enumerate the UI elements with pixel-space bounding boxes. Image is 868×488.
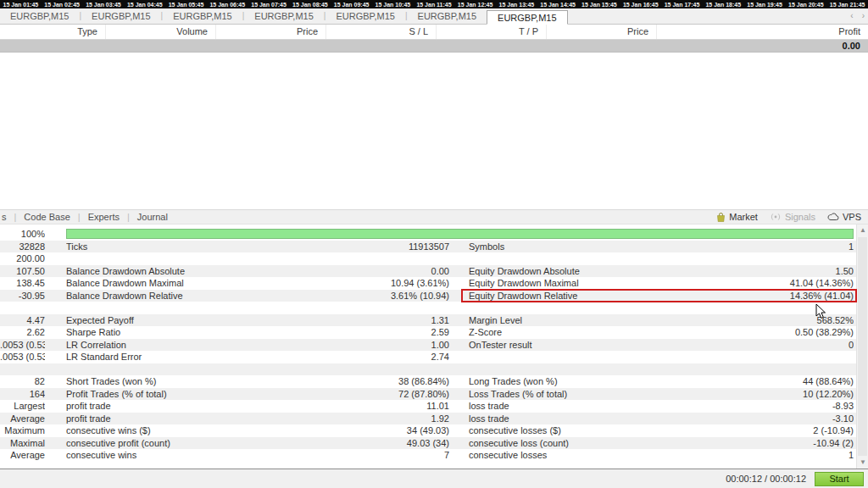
result-value: 11913507 bbox=[280, 241, 449, 253]
backtest-results-panel: 100%32828Ticks11913507Symbols1200.00107.… bbox=[0, 225, 868, 469]
orders-column-header[interactable]: Profit bbox=[657, 25, 868, 39]
result-row: .0053 (0.53%)LR Correlation1.00OnTester … bbox=[0, 339, 856, 352]
result-value bbox=[280, 252, 449, 265]
result-value bbox=[280, 363, 449, 376]
toolbox-right-links: Market Signals VPS bbox=[716, 212, 868, 222]
vertical-scrollbar[interactable]: ▲ ▼ bbox=[856, 225, 868, 469]
orders-column-header[interactable]: Volume bbox=[106, 25, 216, 39]
result-value: 1.50 bbox=[593, 265, 854, 278]
result-left-value: 164 bbox=[0, 388, 45, 401]
toolbox-tab[interactable]: Experts bbox=[81, 212, 127, 222]
scroll-down-icon[interactable]: ▼ bbox=[857, 457, 868, 469]
result-value: -8.93 bbox=[593, 400, 854, 413]
result-label: consecutive profit (count) bbox=[66, 437, 287, 450]
result-left-value: Average bbox=[0, 413, 45, 425]
time-axis-label: 15 Jan 21:45 bbox=[826, 2, 868, 8]
result-value: -10.94 (2) bbox=[593, 437, 854, 450]
result-value: 2.59 bbox=[280, 326, 449, 339]
time-axis-label: 15 Jan 02:45 bbox=[42, 2, 83, 8]
total-profit-value: 0.00 bbox=[843, 41, 868, 51]
toolbox-tab[interactable]: Journal bbox=[130, 212, 175, 222]
result-label: Balance Drawdown Maximal bbox=[66, 277, 287, 290]
result-row: 164Profit Trades (% of total)72 (87.80%)… bbox=[0, 388, 856, 401]
time-axis-label: 15 Jan 15:45 bbox=[579, 2, 620, 8]
result-left-value: Average bbox=[0, 449, 45, 462]
time-axis-label: 15 Jan 20:45 bbox=[785, 2, 826, 8]
orders-column-header[interactable]: S / L bbox=[326, 25, 437, 39]
toolbox-tab[interactable]: Code Base bbox=[16, 212, 77, 222]
orders-column-header[interactable]: Type bbox=[0, 25, 106, 39]
time-axis-label: 15 Jan 13:45 bbox=[496, 2, 537, 8]
highlight-box bbox=[461, 289, 857, 302]
tab-scroll-left-icon[interactable]: ‹ bbox=[850, 11, 853, 20]
result-row: 2.62Sharpe Ratio2.59Z-Score0.50 (38.29%) bbox=[0, 326, 856, 339]
vps-link[interactable]: VPS bbox=[827, 212, 861, 222]
result-left-value: Largest bbox=[0, 400, 45, 413]
result-value: 3.61% (10.94) bbox=[280, 290, 449, 302]
chart-tab[interactable]: EURGBP,M15 bbox=[81, 9, 161, 24]
result-value bbox=[593, 302, 854, 314]
result-row: Maximalconsecutive profit (count)49.03 (… bbox=[0, 437, 856, 450]
signals-label: Signals bbox=[785, 212, 815, 222]
chart-tab[interactable]: EURGBP,M15 bbox=[163, 9, 242, 24]
result-row: 4.47Expected Payoff1.31Margin Level568.5… bbox=[0, 314, 856, 327]
result-label: LR Standard Error bbox=[66, 351, 287, 363]
mouse-cursor bbox=[815, 303, 826, 319]
chart-tab[interactable]: EURGBP,M15 bbox=[244, 9, 324, 24]
market-label: Market bbox=[729, 212, 758, 222]
start-button[interactable]: Start bbox=[815, 472, 864, 486]
result-row: 82Short Trades (won %)38 (86.84%)Long Tr… bbox=[0, 375, 856, 388]
result-value: 0.00 bbox=[280, 265, 449, 278]
tab-scroll-right-icon[interactable]: › bbox=[862, 11, 865, 20]
result-label bbox=[66, 302, 287, 314]
result-label: Ticks bbox=[66, 241, 287, 253]
result-row: -30.95Balance Drawdown Relative3.61% (10… bbox=[0, 290, 856, 302]
toolbox-tab[interactable]: s bbox=[0, 212, 14, 222]
time-axis-label: 15 Jan 03:45 bbox=[83, 2, 125, 8]
tester-status-bar: 00:00:12 / 00:00:12 Start bbox=[0, 469, 868, 488]
elapsed-time: 00:00:12 / 00:00:12 bbox=[726, 474, 806, 484]
result-value: -3.10 bbox=[593, 413, 854, 425]
result-left-value: 138.45 bbox=[0, 277, 45, 290]
result-row: .0053 (0.53%)LR Standard Error2.74 bbox=[0, 351, 856, 363]
results-rows: 100%32828Ticks11913507Symbols1200.00107.… bbox=[0, 228, 856, 462]
orders-column-header[interactable]: Price bbox=[216, 25, 326, 39]
scrollbar-thumb[interactable] bbox=[858, 237, 867, 456]
result-value bbox=[593, 252, 854, 265]
result-label: Balance Drawdown Absolute bbox=[66, 265, 287, 278]
result-row: Averageconsecutive wins7consecutive loss… bbox=[0, 449, 856, 462]
market-link[interactable]: Market bbox=[716, 212, 758, 222]
result-row: 100% bbox=[0, 228, 856, 241]
orders-column-header[interactable]: Price bbox=[547, 25, 657, 39]
result-value: 41.04 (14.36%) bbox=[593, 277, 854, 290]
result-label: Expected Payoff bbox=[66, 314, 287, 327]
result-value: 72 (87.80%) bbox=[280, 388, 449, 401]
chart-tab[interactable]: EURGBP,M15 bbox=[487, 10, 568, 25]
chart-tab[interactable]: EURGBP,M15 bbox=[0, 9, 80, 24]
result-label bbox=[66, 252, 287, 265]
chart-tab[interactable]: EURGBP,M15 bbox=[408, 9, 487, 24]
scroll-up-icon[interactable]: ▲ bbox=[857, 225, 868, 236]
result-row: Maximumconsecutive wins ($)34 (49.03)con… bbox=[0, 424, 856, 437]
result-value bbox=[593, 363, 854, 376]
result-label: Balance Drawdown Relative bbox=[66, 290, 287, 302]
result-value: 44 (88.64%) bbox=[593, 375, 854, 388]
result-left-value: 4.47 bbox=[0, 314, 45, 327]
result-left-value: 2.62 bbox=[0, 326, 45, 339]
result-value: 7 bbox=[280, 449, 449, 462]
result-value: 1.31 bbox=[280, 314, 449, 327]
result-left-value: .0053 (0.53%) bbox=[0, 351, 45, 363]
signals-link[interactable]: Signals bbox=[770, 212, 815, 222]
time-axis-label: 15 Jan 14:45 bbox=[537, 2, 579, 8]
result-label: LR Correlation bbox=[66, 339, 287, 352]
time-axis-label: 15 Jan 05:45 bbox=[165, 2, 207, 8]
orders-summary-row: 0.00 bbox=[0, 40, 868, 53]
chart-tab[interactable]: EURGBP,M15 bbox=[326, 9, 405, 24]
result-row bbox=[0, 363, 856, 376]
result-row: 138.45Balance Drawdown Maximal10.94 (3.6… bbox=[0, 277, 856, 290]
result-left-value: .0053 (0.53%) bbox=[0, 339, 45, 352]
toolbox-tab-bar: s|Code Base|Experts|Journal Market Signa… bbox=[0, 209, 868, 225]
orders-column-header[interactable]: T / P bbox=[437, 25, 547, 39]
progress-bar bbox=[66, 229, 854, 239]
result-left-value bbox=[0, 302, 45, 314]
